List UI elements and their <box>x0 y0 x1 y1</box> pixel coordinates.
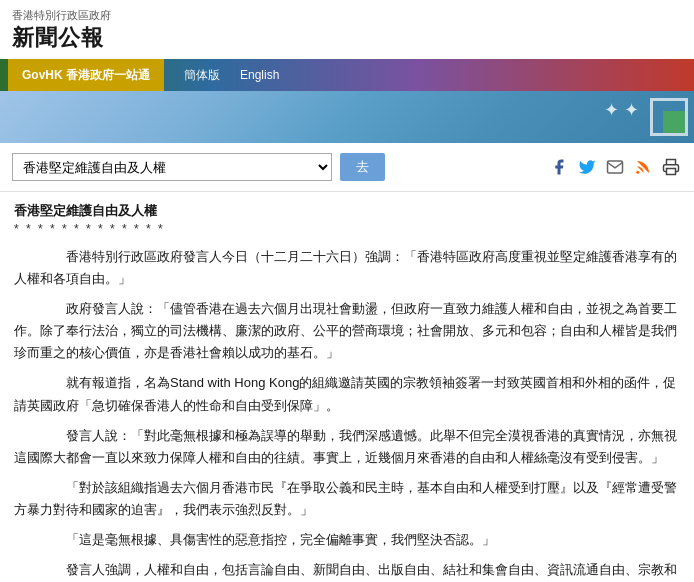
paragraph-5: 「對於該組織指過去六個月香港市民『在爭取公義和民主時，基本自由和人權受到打壓』以… <box>14 477 680 521</box>
navbar-links: 簡体版 English <box>184 67 279 84</box>
header-title: 新聞公報 <box>12 23 682 53</box>
print-icon[interactable] <box>660 156 682 178</box>
search-select[interactable]: 香港堅定維護自由及人權 <box>12 153 332 181</box>
twitter-icon[interactable] <box>576 156 598 178</box>
svg-point-0 <box>636 171 639 174</box>
page-header: 香港特別行政區政府 新聞公報 <box>0 0 694 59</box>
banner-box-inner <box>663 111 685 133</box>
paragraph-1: 香港特別行政區政府發言人今日（十二月二十六日）強調：「香港特區政府高度重視並堅定… <box>14 246 680 290</box>
svg-rect-1 <box>667 169 676 175</box>
simplified-link[interactable]: 簡体版 <box>184 67 220 84</box>
govhk-link[interactable]: GovHK 香港政府一站通 <box>8 59 164 91</box>
paragraph-7: 發言人強調，人權和自由，包括言論自由、新聞自由、出版自由、結社和集會自由、資訊流… <box>14 559 680 582</box>
paragraph-6: 「這是毫無根據、具傷害性的惡意指控，完全偏離事實，我們堅決否認。」 <box>14 529 680 551</box>
search-bar: 香港堅定維護自由及人權 去 <box>0 143 694 192</box>
banner-box <box>650 98 688 136</box>
search-button[interactable]: 去 <box>340 153 385 181</box>
english-link[interactable]: English <box>240 68 279 82</box>
email-icon[interactable] <box>604 156 626 178</box>
navbar: GovHK 香港政府一站通 簡体版 English <box>0 59 694 91</box>
social-icons <box>548 156 682 178</box>
paragraph-3: 就有報道指，名為Stand with Hong Kong的組織邀請英國的宗教領袖… <box>14 372 680 416</box>
content-title: 香港堅定維護自由及人權 <box>14 202 680 220</box>
rss-icon[interactable] <box>632 156 654 178</box>
paragraph-4: 發言人說：「對此毫無根據和極為誤導的舉動，我們深感遺憾。此舉不但完全漠視香港的真… <box>14 425 680 469</box>
header-subtitle: 香港特別行政區政府 <box>12 8 682 23</box>
paragraph-2: 政府發言人說：「儘管香港在過去六個月出現社會動盪，但政府一直致力維護人權和自由，… <box>14 298 680 364</box>
banner: ✦ ✦ <box>0 91 694 143</box>
content-area: 香港堅定維護自由及人權 * * * * * * * * * * * * * 香港… <box>0 192 694 582</box>
content-body: 香港特別行政區政府發言人今日（十二月二十六日）強調：「香港特區政府高度重視並堅定… <box>14 246 680 582</box>
banner-decoration <box>574 91 694 143</box>
facebook-icon[interactable] <box>548 156 570 178</box>
content-stars: * * * * * * * * * * * * * <box>14 222 680 236</box>
